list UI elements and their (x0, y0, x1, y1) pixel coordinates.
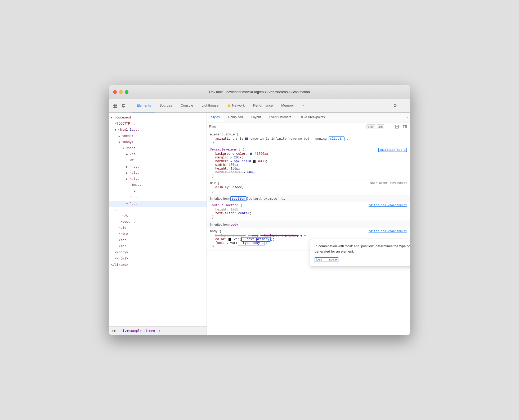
dom-line: <scr... (109, 244, 207, 250)
add-style-icon[interactable]: + (386, 124, 392, 130)
css-property-text-align: text-align: center; (210, 212, 407, 215)
dom-line: ▶ <di... (109, 170, 207, 176)
dom-line: ▶ <head> (109, 133, 207, 139)
dom-line: <div (109, 225, 207, 231)
tab-dom-breakpoints[interactable]: DOM Breakpoints (296, 113, 329, 122)
dom-line: ▶ <nc... (109, 164, 207, 170)
toolbar-tabs: Elements Sources Console Lighthouse ⚠️ N… (132, 99, 308, 112)
warn-icon: ⚠️ (227, 104, 231, 107)
dom-line: e">Co... (109, 231, 207, 238)
tab-elements[interactable]: Elements (132, 99, 155, 112)
close-button[interactable] (113, 90, 117, 94)
breadcrumb-item-current[interactable]: div#example-element (119, 329, 158, 333)
toggle-sidebar-icon[interactable] (402, 124, 408, 130)
dom-line: <!DOCTYP... (109, 121, 207, 127)
learn-more-link[interactable]: Learn more (315, 257, 338, 262)
cls-button[interactable]: .cls (377, 124, 384, 129)
css-property: animation: ▶ 3s ease-in 1s infinite reve… (210, 137, 407, 141)
dom-line: ▶ (109, 188, 207, 194)
dom-line: ▶ <he... (109, 152, 207, 158)
dom-line: ▶ <di... (109, 176, 207, 182)
dom-line: ▼ <sect... (109, 145, 207, 152)
dom-line: *... (109, 194, 207, 200)
section-link[interactable]: section (230, 196, 247, 201)
dom-tree: ▼ #document <!DOCTYP... ▼ <html la... ▶ … (109, 113, 207, 326)
minimize-button[interactable] (119, 90, 123, 94)
tooltip-text: In combination with 'float' and 'positio… (315, 244, 410, 254)
svg-rect-5 (123, 107, 124, 107)
dom-line: #f... (109, 158, 207, 164)
border-swatch[interactable] (253, 160, 256, 163)
css-property-display: display: block; (210, 186, 407, 189)
css-brace: } (210, 141, 407, 144)
bgcolor-swatch[interactable] (250, 153, 252, 155)
dom-line: </iframe> (109, 262, 207, 268)
body-source[interactable]: editor-css…v=ae1feb6:1 (369, 230, 407, 233)
tab-layout[interactable]: Layout (247, 113, 265, 122)
tab-computed[interactable]: Computed (224, 113, 247, 122)
tab-console[interactable]: Console (176, 99, 198, 112)
css-property-margin: margin: ▶ 20px; (210, 156, 407, 159)
css-block-example-element: animation.css:1 #example-element { backg… (207, 146, 410, 180)
animation-css-source[interactable]: animation.css:1 (378, 148, 407, 152)
filter-input[interactable] (209, 125, 364, 129)
breadcrumb-back[interactable]: ◀ (111, 329, 113, 332)
tab-more[interactable]: » (298, 99, 308, 112)
output-section-source[interactable]: editor-css…v=ae1feb6:1 (369, 204, 407, 207)
tab-styles[interactable]: Styles (207, 113, 224, 122)
styles-content-wrapper: element.style { animation: ▶ 3s ease-in … (207, 131, 410, 335)
filter-actions: :hov .cls + (366, 124, 408, 130)
body-link[interactable]: body (230, 223, 238, 226)
tab-network[interactable]: ⚠️ Network (223, 99, 249, 112)
dom-panel: ▼ #document <!DOCTYP... ▼ <html la... ▶ … (109, 113, 207, 335)
tab-event-listeners[interactable]: Event Listeners (265, 113, 296, 122)
svg-rect-3 (115, 106, 117, 108)
device-icon[interactable] (120, 102, 128, 110)
css-property-bg-primary: background-color : var( --background-pri… (210, 234, 407, 238)
tab-performance[interactable]: Performance (249, 99, 277, 112)
css-brace: } (210, 189, 407, 193)
inherited-from-section: Inherited from section#default-example.f… (207, 195, 410, 202)
breadcrumb-item[interactable]: mn (114, 329, 117, 333)
css-property-height: height: 150px; (210, 167, 407, 171)
tab-sources[interactable]: Sources (155, 99, 176, 112)
new-style-icon[interactable] (394, 124, 400, 130)
type-body-var[interactable]: --type-body-l (238, 241, 265, 245)
dom-line: ▼ <html la... (109, 127, 207, 133)
css-property-bgcolor: background-color: #1766aa; (210, 152, 407, 156)
breadcrumb: ◀ mn div#example-element ▶ (109, 326, 207, 335)
devtools-window: DevTools - developer.mozilla.org/en-US/d… (109, 85, 410, 335)
animation-swatch[interactable] (245, 138, 248, 140)
breadcrumb-forward[interactable]: ▶ (159, 329, 161, 332)
more-options-icon[interactable]: ⋮ (400, 102, 408, 110)
svg-rect-2 (115, 104, 117, 106)
css-property-border: border: ▶ 5px solid #333; (210, 159, 407, 163)
inspect-icon[interactable] (111, 102, 119, 110)
styles-tabs-more[interactable]: » (404, 113, 410, 122)
toolbar-icons (111, 99, 131, 112)
maximize-button[interactable] (125, 90, 128, 94)
tab-memory[interactable]: Memory (277, 99, 298, 112)
dom-line: </html> (109, 256, 207, 262)
css-block-element-style: element.style { animation: ▶ 3s ease-in … (207, 131, 410, 146)
dom-line: </body> (109, 250, 207, 256)
dom-line-selected[interactable]: ▼ *... (109, 201, 207, 207)
dom-line: </sect... (109, 219, 207, 225)
slidein-highlight[interactable]: slidein (329, 136, 344, 141)
svg-rect-4 (122, 104, 125, 107)
css-selector: element.style { (210, 133, 407, 136)
css-property-width: width: 150px; (210, 163, 407, 167)
color-swatch[interactable] (229, 238, 231, 241)
settings-icon[interactable]: ⚙ (391, 102, 399, 110)
hov-button[interactable]: :hov (366, 124, 375, 129)
inherited-from-body: Inherited from body (207, 221, 410, 228)
devtools-toolbar: Elements Sources Console Lighthouse ⚠️ N… (109, 99, 410, 113)
css-brace: } (210, 174, 407, 178)
toolbar-right: ⚙ ⋮ (391, 99, 408, 112)
svg-rect-0 (113, 104, 115, 106)
dom-line: <scr... (109, 238, 207, 244)
user-agent-label: user agent stylesheet (370, 181, 407, 185)
tab-lighthouse[interactable]: Lighthouse (198, 99, 223, 112)
dom-line: </c... (109, 213, 207, 219)
styles-content: element.style { animation: ▶ 3s ease-in … (207, 131, 410, 335)
